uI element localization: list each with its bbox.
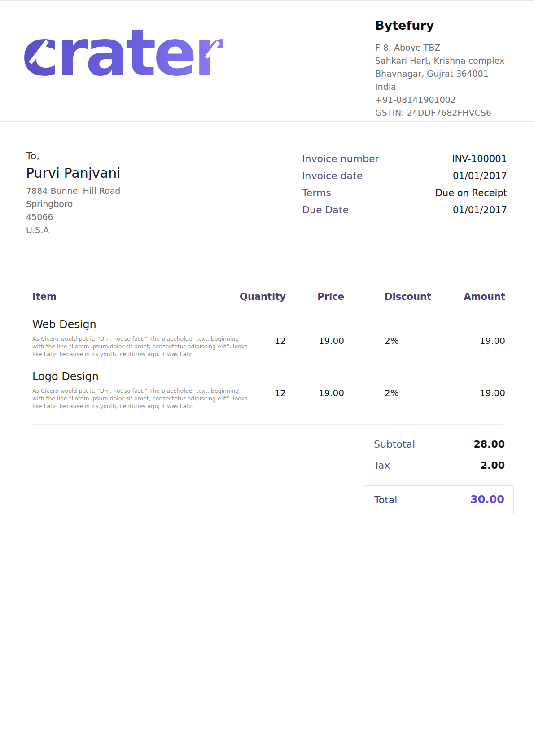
item-name: Web Design — [32, 318, 230, 331]
subtotal-label: Subtotal — [374, 439, 415, 450]
bill-to-block: To, Purvi Panjvani 7884 Bunnel Hill Road… — [26, 150, 121, 237]
item-price: 19.00 — [286, 370, 344, 410]
tax-value: 2.00 — [481, 460, 505, 471]
company-address-line-2: Sahkari Hart, Krishna complex — [375, 54, 510, 67]
invoice-number-value: INV-100001 — [452, 154, 507, 164]
table-row: Logo Design As Cicero would put it, “Um,… — [32, 370, 505, 410]
customer-name: Purvi Panjvani — [26, 165, 121, 181]
item-amount: 19.00 — [432, 318, 505, 358]
due-date-value: 01/01/2017 — [453, 205, 507, 215]
tax-label: Tax — [374, 460, 390, 471]
billing-section: To, Purvi Panjvani 7884 Bunnel Hill Road… — [0, 122, 534, 237]
item-amount: 19.00 — [432, 370, 505, 410]
item-discount: 2% — [344, 370, 432, 410]
total-label: Total — [374, 494, 397, 505]
invoice-page: crater Bytefury F-8, Above TBZ Sahkari H… — [0, 0, 534, 756]
totals-section: Subtotal 28.00 Tax 2.00 Total 30.00 — [365, 439, 514, 514]
item-cell: Logo Design As Cicero would put it, “Um,… — [32, 370, 230, 410]
item-quantity: 12 — [230, 318, 286, 358]
invoice-meta-block: Invoice number INV-100001 Invoice date 0… — [302, 153, 507, 237]
total-value: 30.00 — [470, 493, 504, 506]
item-quantity: 12 — [230, 370, 286, 410]
column-header-discount: Discount — [344, 291, 432, 302]
bill-to-label: To, — [26, 150, 121, 162]
invoice-header: crater Bytefury F-8, Above TBZ Sahkari H… — [0, 1, 534, 122]
item-cell: Web Design As Cicero would put it, “Um, … — [32, 318, 230, 358]
tax-row: Tax 2.00 — [365, 460, 514, 471]
table-row: Web Design As Cicero would put it, “Um, … — [32, 318, 505, 358]
item-description: As Cicero would put it, “Um, not so fast… — [32, 387, 252, 410]
column-header-price: Price — [286, 291, 344, 302]
crater-logo-wordmark: crater — [22, 21, 223, 85]
column-header-amount: Amount — [432, 291, 505, 302]
subtotal-value: 28.00 — [473, 439, 505, 450]
customer-address-line-3: 45066 — [26, 211, 121, 224]
terms-row: Terms Due on Receipt — [302, 187, 507, 198]
invoice-number-row: Invoice number INV-100001 — [302, 153, 507, 164]
invoice-date-value: 01/01/2017 — [453, 171, 507, 181]
subtotal-row: Subtotal 28.00 — [365, 439, 514, 450]
items-table: Item Quantity Price Discount Amount Web … — [32, 291, 505, 425]
customer-address-line-4: U.S.A — [26, 224, 121, 237]
total-box: Total 30.00 — [365, 485, 514, 514]
company-block: Bytefury F-8, Above TBZ Sahkari Hart, Kr… — [375, 18, 510, 119]
due-date-label: Due Date — [302, 204, 349, 215]
item-name: Logo Design — [32, 370, 230, 383]
company-address-line-4: India — [375, 80, 510, 93]
company-address-line-3: Bhavnagar, Gujrat 364001 — [375, 67, 510, 80]
customer-address-line-2: Springboro — [26, 198, 121, 211]
items-table-header: Item Quantity Price Discount Amount — [32, 291, 505, 302]
invoice-date-row: Invoice date 01/01/2017 — [302, 170, 507, 181]
item-discount: 2% — [344, 318, 432, 358]
invoice-number-label: Invoice number — [302, 153, 379, 164]
column-header-quantity: Quantity — [230, 291, 286, 302]
company-address-line-1: F-8, Above TBZ — [375, 41, 510, 54]
invoice-date-label: Invoice date — [302, 170, 363, 181]
due-date-row: Due Date 01/01/2017 — [302, 204, 507, 215]
customer-address-line-1: 7884 Bunnel Hill Road — [26, 185, 121, 198]
company-phone: +91-08141901002 — [375, 93, 510, 106]
company-name: Bytefury — [375, 18, 510, 32]
item-price: 19.00 — [286, 318, 344, 358]
crater-logo: crater — [22, 25, 223, 81]
item-description: As Cicero would put it, “Um, not so fast… — [32, 335, 252, 358]
company-gstin: GSTIN: 24DDF7682FHVCS6 — [375, 106, 510, 119]
table-bottom-divider — [32, 424, 505, 425]
terms-value: Due on Receipt — [435, 188, 507, 198]
terms-label: Terms — [302, 187, 331, 198]
column-header-item: Item — [32, 291, 230, 302]
